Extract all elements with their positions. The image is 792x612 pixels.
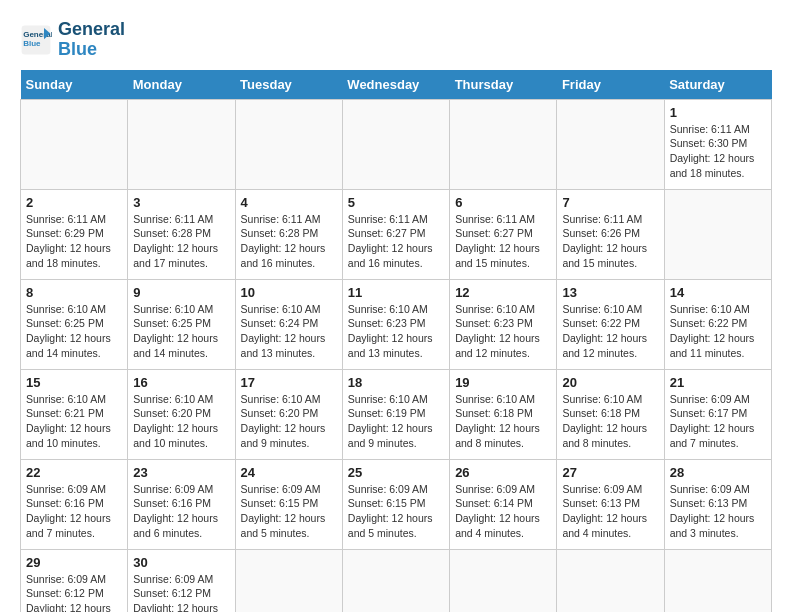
calendar-cell: 12Sunrise: 6:10 AM Sunset: 6:23 PM Dayli… [450,279,557,369]
calendar-cell: 28Sunrise: 6:09 AM Sunset: 6:13 PM Dayli… [664,459,771,549]
calendar-cell: 5Sunrise: 6:11 AM Sunset: 6:27 PM Daylig… [342,189,449,279]
calendar-cell: 30Sunrise: 6:09 AM Sunset: 6:12 PM Dayli… [128,549,235,612]
empty-cell [235,99,342,189]
calendar-row: 29Sunrise: 6:09 AM Sunset: 6:12 PM Dayli… [21,549,772,612]
day-number: 22 [26,465,122,480]
empty-cell [557,99,664,189]
day-number: 30 [133,555,229,570]
calendar-cell: 19Sunrise: 6:10 AM Sunset: 6:18 PM Dayli… [450,369,557,459]
calendar-cell [664,549,771,612]
day-info: Sunrise: 6:09 AM Sunset: 6:17 PM Dayligh… [670,392,766,451]
calendar-row: 22Sunrise: 6:09 AM Sunset: 6:16 PM Dayli… [21,459,772,549]
day-number: 5 [348,195,444,210]
day-info: Sunrise: 6:10 AM Sunset: 6:21 PM Dayligh… [26,392,122,451]
logo-text: General Blue [58,20,125,60]
empty-cell [21,99,128,189]
calendar-row: 15Sunrise: 6:10 AM Sunset: 6:21 PM Dayli… [21,369,772,459]
day-header-thursday: Thursday [450,70,557,100]
day-info: Sunrise: 6:09 AM Sunset: 6:13 PM Dayligh… [670,482,766,541]
day-number: 10 [241,285,337,300]
calendar-cell: 24Sunrise: 6:09 AM Sunset: 6:15 PM Dayli… [235,459,342,549]
calendar-cell [342,549,449,612]
calendar-cell: 3Sunrise: 6:11 AM Sunset: 6:28 PM Daylig… [128,189,235,279]
day-info: Sunrise: 6:10 AM Sunset: 6:22 PM Dayligh… [670,302,766,361]
calendar-cell: 15Sunrise: 6:10 AM Sunset: 6:21 PM Dayli… [21,369,128,459]
day-number: 27 [562,465,658,480]
day-number: 20 [562,375,658,390]
calendar-cell: 20Sunrise: 6:10 AM Sunset: 6:18 PM Dayli… [557,369,664,459]
day-info: Sunrise: 6:10 AM Sunset: 6:18 PM Dayligh… [562,392,658,451]
day-number: 13 [562,285,658,300]
calendar-cell [450,549,557,612]
calendar-cell: 9Sunrise: 6:10 AM Sunset: 6:25 PM Daylig… [128,279,235,369]
day-number: 6 [455,195,551,210]
day-number: 3 [133,195,229,210]
day-info: Sunrise: 6:09 AM Sunset: 6:12 PM Dayligh… [26,572,122,612]
day-number: 19 [455,375,551,390]
day-number: 1 [670,105,766,120]
day-number: 15 [26,375,122,390]
day-header-monday: Monday [128,70,235,100]
day-number: 18 [348,375,444,390]
day-header-friday: Friday [557,70,664,100]
day-info: Sunrise: 6:09 AM Sunset: 6:15 PM Dayligh… [241,482,337,541]
empty-cell [342,99,449,189]
calendar-cell: 13Sunrise: 6:10 AM Sunset: 6:22 PM Dayli… [557,279,664,369]
day-number: 25 [348,465,444,480]
day-info: Sunrise: 6:10 AM Sunset: 6:18 PM Dayligh… [455,392,551,451]
calendar-cell: 23Sunrise: 6:09 AM Sunset: 6:16 PM Dayli… [128,459,235,549]
day-info: Sunrise: 6:10 AM Sunset: 6:22 PM Dayligh… [562,302,658,361]
day-info: Sunrise: 6:10 AM Sunset: 6:23 PM Dayligh… [455,302,551,361]
day-header-sunday: Sunday [21,70,128,100]
day-number: 26 [455,465,551,480]
header-row: SundayMondayTuesdayWednesdayThursdayFrid… [21,70,772,100]
day-info: Sunrise: 6:10 AM Sunset: 6:20 PM Dayligh… [133,392,229,451]
day-number: 7 [562,195,658,210]
calendar-cell: 6Sunrise: 6:11 AM Sunset: 6:27 PM Daylig… [450,189,557,279]
day-info: Sunrise: 6:11 AM Sunset: 6:28 PM Dayligh… [241,212,337,271]
calendar-cell: 21Sunrise: 6:09 AM Sunset: 6:17 PM Dayli… [664,369,771,459]
calendar-row: 1Sunrise: 6:11 AM Sunset: 6:30 PM Daylig… [21,99,772,189]
calendar-cell: 2Sunrise: 6:11 AM Sunset: 6:29 PM Daylig… [21,189,128,279]
empty-cell [128,99,235,189]
day-info: Sunrise: 6:10 AM Sunset: 6:24 PM Dayligh… [241,302,337,361]
day-info: Sunrise: 6:09 AM Sunset: 6:12 PM Dayligh… [133,572,229,612]
calendar-cell: 16Sunrise: 6:10 AM Sunset: 6:20 PM Dayli… [128,369,235,459]
calendar-cell: 22Sunrise: 6:09 AM Sunset: 6:16 PM Dayli… [21,459,128,549]
calendar-cell: 26Sunrise: 6:09 AM Sunset: 6:14 PM Dayli… [450,459,557,549]
day-number: 9 [133,285,229,300]
calendar-cell: 1Sunrise: 6:11 AM Sunset: 6:30 PM Daylig… [664,99,771,189]
day-number: 17 [241,375,337,390]
day-number: 12 [455,285,551,300]
calendar-row: 8Sunrise: 6:10 AM Sunset: 6:25 PM Daylig… [21,279,772,369]
day-header-tuesday: Tuesday [235,70,342,100]
day-info: Sunrise: 6:11 AM Sunset: 6:27 PM Dayligh… [348,212,444,271]
day-number: 11 [348,285,444,300]
day-number: 4 [241,195,337,210]
day-info: Sunrise: 6:09 AM Sunset: 6:14 PM Dayligh… [455,482,551,541]
day-info: Sunrise: 6:09 AM Sunset: 6:15 PM Dayligh… [348,482,444,541]
calendar-table: SundayMondayTuesdayWednesdayThursdayFrid… [20,70,772,612]
day-number: 28 [670,465,766,480]
day-info: Sunrise: 6:11 AM Sunset: 6:27 PM Dayligh… [455,212,551,271]
calendar-cell: 18Sunrise: 6:10 AM Sunset: 6:19 PM Dayli… [342,369,449,459]
logo-icon: General Blue [20,24,52,56]
calendar-cell [557,549,664,612]
calendar-row: 2Sunrise: 6:11 AM Sunset: 6:29 PM Daylig… [21,189,772,279]
day-header-wednesday: Wednesday [342,70,449,100]
page-header: General Blue General Blue [20,20,772,60]
day-info: Sunrise: 6:11 AM Sunset: 6:30 PM Dayligh… [670,122,766,181]
day-info: Sunrise: 6:11 AM Sunset: 6:29 PM Dayligh… [26,212,122,271]
calendar-cell: 4Sunrise: 6:11 AM Sunset: 6:28 PM Daylig… [235,189,342,279]
day-number: 14 [670,285,766,300]
day-number: 24 [241,465,337,480]
day-info: Sunrise: 6:09 AM Sunset: 6:16 PM Dayligh… [26,482,122,541]
calendar-cell: 10Sunrise: 6:10 AM Sunset: 6:24 PM Dayli… [235,279,342,369]
calendar-cell [664,189,771,279]
calendar-cell: 14Sunrise: 6:10 AM Sunset: 6:22 PM Dayli… [664,279,771,369]
day-header-saturday: Saturday [664,70,771,100]
calendar-cell: 25Sunrise: 6:09 AM Sunset: 6:15 PM Dayli… [342,459,449,549]
day-info: Sunrise: 6:11 AM Sunset: 6:28 PM Dayligh… [133,212,229,271]
calendar-cell: 29Sunrise: 6:09 AM Sunset: 6:12 PM Dayli… [21,549,128,612]
day-info: Sunrise: 6:11 AM Sunset: 6:26 PM Dayligh… [562,212,658,271]
